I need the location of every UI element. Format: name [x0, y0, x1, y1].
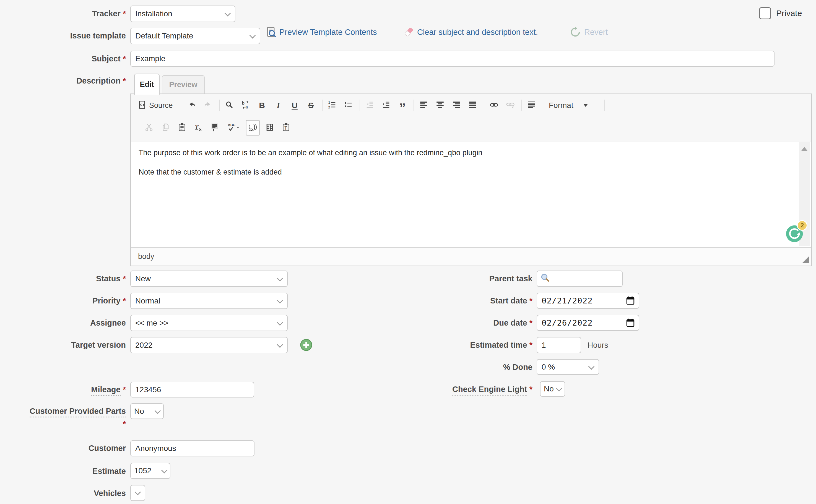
- justify-button[interactable]: [466, 98, 479, 113]
- resize-handle[interactable]: [802, 256, 809, 263]
- percent-done-select[interactable]: 0 %: [537, 359, 599, 375]
- copy-button[interactable]: [159, 121, 172, 135]
- remove-format-button[interactable]: T: [192, 121, 205, 135]
- customer-provided-parts-value: No: [134, 407, 144, 416]
- hours-label: Hours: [588, 341, 608, 350]
- align-left-button[interactable]: [417, 98, 430, 113]
- customer-input[interactable]: Anonymous: [130, 440, 254, 456]
- toolbar-separator: [322, 100, 323, 111]
- customer-provided-parts-select[interactable]: No: [130, 403, 164, 419]
- underline-button[interactable]: U: [288, 98, 301, 113]
- bullet-list-button[interactable]: [342, 98, 355, 113]
- undo-button[interactable]: [185, 98, 198, 113]
- priority-label: Priority*: [0, 296, 126, 305]
- cut-button[interactable]: [143, 121, 156, 135]
- due-date-value: 02/26/2022: [542, 318, 593, 328]
- chevron-down-icon: [277, 341, 283, 348]
- tab-preview[interactable]: Preview: [162, 75, 205, 93]
- div-container-icon: [527, 100, 536, 111]
- due-date-input[interactable]: 02/26/2022: [537, 315, 639, 331]
- strikethrough-icon: S: [308, 101, 314, 110]
- find-button[interactable]: [223, 98, 236, 113]
- indent-icon: [381, 100, 391, 111]
- format-dropdown[interactable]: Format: [542, 98, 600, 113]
- paste-button[interactable]: [176, 121, 188, 135]
- text-document-icon: [210, 123, 219, 133]
- div-container-button[interactable]: [525, 98, 538, 113]
- issue-template-select[interactable]: Default Template: [130, 28, 260, 44]
- table-icon: [265, 123, 274, 133]
- chevron-down-icon: [277, 319, 283, 326]
- private-checkbox[interactable]: [759, 7, 771, 19]
- unlink-button[interactable]: [504, 98, 517, 113]
- align-left-icon: [419, 100, 428, 111]
- replace-button[interactable]: ba: [239, 98, 252, 113]
- private-label: Private: [776, 9, 802, 18]
- mileage-input[interactable]: 123456: [130, 382, 254, 398]
- assignee-select[interactable]: << me >>: [130, 315, 288, 331]
- check-engine-light-value: No: [544, 385, 554, 393]
- italic-button[interactable]: I: [272, 98, 285, 113]
- priority-value: Normal: [135, 297, 160, 305]
- tab-edit[interactable]: Edit: [134, 74, 160, 95]
- numbered-list-button[interactable]: 12: [326, 98, 339, 113]
- source-button-label: Source: [149, 101, 173, 110]
- issue-template-value: Default Template: [135, 32, 193, 40]
- revert-link[interactable]: Revert: [584, 28, 608, 37]
- preview-template-icon: [265, 26, 277, 39]
- required-asterisk: *: [529, 385, 532, 394]
- subject-input[interactable]: Example: [130, 51, 775, 67]
- vehicles-label: Vehicles: [0, 489, 126, 498]
- table-button[interactable]: [263, 121, 276, 135]
- tracker-select[interactable]: Installation: [130, 6, 235, 22]
- check-engine-light-label: Check Engine Light*: [360, 385, 532, 394]
- toolbar-separator: [484, 100, 484, 111]
- mileage-label-text: Mileage: [91, 385, 120, 396]
- start-date-input[interactable]: 02/21/2022: [537, 293, 639, 309]
- element-path-label: body: [138, 252, 154, 261]
- spell-check-button[interactable]: ABC: [225, 121, 242, 135]
- subject-label-text: Subject: [92, 54, 121, 63]
- strikethrough-button[interactable]: S: [305, 98, 317, 113]
- vehicles-select[interactable]: [130, 485, 145, 501]
- grammarly-badge: 2: [797, 220, 807, 231]
- estimate-select[interactable]: 1052: [130, 463, 170, 479]
- bold-button[interactable]: B: [256, 98, 268, 113]
- status-select[interactable]: New: [130, 271, 288, 287]
- redo-button[interactable]: [202, 98, 214, 113]
- required-asterisk: *: [123, 385, 126, 394]
- blockquote-button[interactable]: ”: [396, 98, 409, 113]
- format-dropdown-label: Format: [549, 101, 573, 110]
- check-engine-light-select[interactable]: No: [540, 381, 565, 397]
- paste-plain-text-button[interactable]: T: [280, 121, 292, 135]
- target-version-select[interactable]: 2022: [130, 337, 288, 353]
- calendar-icon[interactable]: [625, 296, 635, 308]
- issue-template-label: Issue template: [0, 31, 126, 40]
- preview-template-link[interactable]: Preview Template Contents: [279, 28, 377, 37]
- required-asterisk: *: [529, 341, 532, 349]
- add-version-button[interactable]: [300, 339, 313, 352]
- indent-button[interactable]: [380, 98, 393, 113]
- priority-select[interactable]: Normal: [130, 293, 288, 309]
- percent-done-value: 0 %: [542, 363, 555, 371]
- align-center-button[interactable]: [434, 98, 446, 113]
- estimated-time-label: Estimated time*: [360, 341, 532, 350]
- outdent-button[interactable]: [363, 98, 376, 113]
- clear-subject-link[interactable]: Clear subject and description text.: [417, 28, 538, 37]
- tracker-label-text: Tracker: [92, 9, 121, 18]
- search-icon: [540, 272, 550, 285]
- parent-task-input[interactable]: [537, 271, 623, 287]
- chevron-down-icon: [556, 385, 562, 392]
- text-select-button[interactable]: [208, 121, 221, 135]
- description-textarea[interactable]: The purpose of this work order is to be …: [131, 142, 811, 246]
- parent-task-label-text: Parent task: [489, 274, 532, 283]
- calendar-icon[interactable]: [625, 318, 635, 330]
- required-asterisk: *: [529, 296, 532, 305]
- start-date-label: Start date*: [360, 296, 532, 305]
- editor-status-bar: body: [131, 247, 811, 266]
- align-right-button[interactable]: [450, 98, 463, 113]
- select-area-button[interactable]: [246, 120, 260, 136]
- estimated-time-input[interactable]: 1: [537, 337, 581, 353]
- source-button[interactable]: Source: [137, 98, 182, 113]
- link-button[interactable]: [488, 98, 500, 113]
